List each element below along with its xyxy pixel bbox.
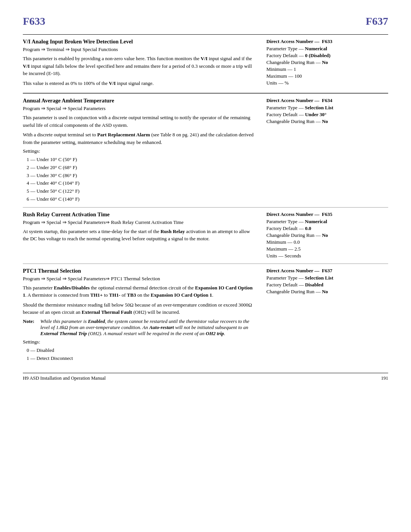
page: F633 F637 V/I Analog Input Broken Wire D… [0, 0, 411, 532]
f633-max: Maximum — 100 [266, 73, 388, 79]
section-f634-title: Annual Average Ambient Temperature [23, 97, 255, 104]
footer-right: 191 [381, 375, 388, 381]
section-f637-note: Note: While this parameter is Enabled, t… [23, 318, 255, 337]
section-f635-left: Rush Relay Current Activation Time Progr… [23, 211, 255, 260]
f633-param-type: Parameter Type — Numerical [266, 46, 388, 52]
section-f635-body1: At system startup, this parameter sets a… [23, 228, 255, 243]
f634-direct-access: Direct Access Number — F634 [266, 97, 388, 104]
f635-changeable: Changeable During Run — No [266, 232, 388, 238]
section-f637-right: Direct Access Number — F637 Parameter Ty… [266, 268, 388, 363]
header-left: F633 [23, 15, 45, 27]
footer-left: H9 ASD Installation and Operation Manual [23, 375, 106, 381]
f635-units: Units — Seconds [266, 253, 388, 259]
section-f637-settings-label: Settings: [23, 339, 255, 345]
section-f637: PTC1 Thermal Selection Program ⇒ Special… [23, 264, 388, 366]
section-f635-title: Rush Relay Current Activation Time [23, 211, 255, 218]
footer: H9 ASD Installation and Operation Manual… [23, 373, 388, 381]
section-f637-title: PTC1 Thermal Selection [23, 268, 255, 274]
section-f633-title: V/I Analog Input Broken Wire Detection L… [23, 38, 255, 45]
header-right: F637 [366, 15, 388, 27]
section-f637-body1: This parameter Enables/Disables the opti… [23, 284, 255, 299]
section-f633-body2: This value is entered as 0% to 100% of t… [23, 80, 255, 87]
note-text: While this parameter is Enabled, the sys… [40, 318, 255, 337]
f635-max: Maximum — 2.5 [266, 246, 388, 252]
section-f634-body2: With a discrete output terminal set to P… [23, 131, 255, 146]
section-f633-body1: This parameter is enabled by providing a… [23, 55, 255, 77]
section-f634: Annual Average Ambient Temperature Progr… [23, 93, 388, 207]
section-f637-body2: Should the thermistor resistance reading… [23, 301, 255, 316]
section-f633-subtitle: Program ⇒ Terminal ⇒ Input Special Funct… [23, 46, 255, 53]
f633-units: Units — % [266, 80, 388, 86]
section-f634-settings: 1 — Under 10° C (50° F) 2 — Under 20° C … [27, 156, 255, 203]
note-label: Note: [23, 318, 37, 337]
f635-param-type: Parameter Type — Numerical [266, 219, 388, 225]
section-f637-subtitle: Program ⇒ Special ⇒ Special Parameters⇒ … [23, 276, 255, 282]
f634-changeable: Changeable During Run — No [266, 118, 388, 125]
section-f633: V/I Analog Input Broken Wire Detection L… [23, 34, 388, 93]
section-f634-settings-label: Settings: [23, 148, 255, 154]
section-f634-subtitle: Program ⇒ Special ⇒ Special Parameters [23, 105, 255, 112]
f637-changeable: Changeable During Run — No [266, 289, 388, 295]
f637-param-type: Parameter Type — Selection List [266, 275, 388, 281]
section-f637-settings: 0 — Disabled 1 — Detect Disconnect [27, 347, 255, 363]
f637-factory-default: Factory Default — Disabled [266, 282, 388, 288]
section-f633-left: V/I Analog Input Broken Wire Detection L… [23, 38, 255, 89]
section-f634-right: Direct Access Number — F634 Parameter Ty… [266, 97, 388, 203]
section-f635-right: Direct Access Number — F635 Parameter Ty… [266, 211, 388, 260]
f635-direct-access: Direct Access Number — F635 [266, 211, 388, 217]
f633-factory-default: Factory Default — 0 (Disabled) [266, 53, 388, 59]
section-f633-right: Direct Access Number — F633 Parameter Ty… [266, 38, 388, 89]
f635-min: Minimum — 0.0 [266, 239, 388, 245]
f633-changeable: Changeable During Run — No [266, 59, 388, 66]
header-row: F633 F637 [23, 15, 388, 27]
section-f635: Rush Relay Current Activation Time Progr… [23, 207, 388, 264]
f633-min: Minimum — 1 [266, 66, 388, 72]
section-f634-body1: This parameter is used in conjunction wi… [23, 114, 255, 129]
f637-direct-access: Direct Access Number — F637 [266, 268, 388, 274]
f634-param-type: Parameter Type — Selection List [266, 105, 388, 111]
section-f635-subtitle: Program ⇒ Special ⇒ Special Parameters⇒ … [23, 219, 255, 225]
section-f637-left: PTC1 Thermal Selection Program ⇒ Special… [23, 268, 255, 363]
f633-direct-access: Direct Access Number — F633 [266, 38, 388, 45]
f634-factory-default: Factory Default — Under 30° [266, 112, 388, 118]
f635-factory-default: Factory Default — 0.0 [266, 225, 388, 232]
section-f634-left: Annual Average Ambient Temperature Progr… [23, 97, 255, 203]
